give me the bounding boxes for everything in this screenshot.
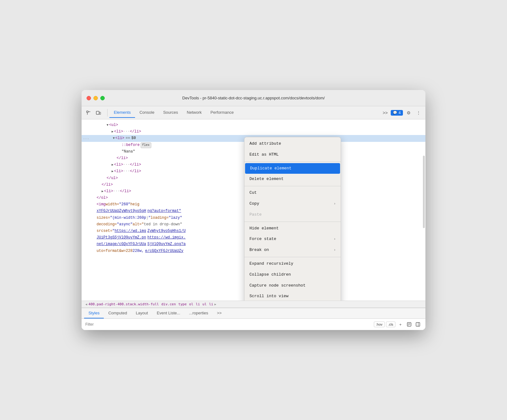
minimize-button[interactable] — [93, 96, 98, 100]
svg-rect-9 — [416, 322, 420, 326]
menu-item-break-on[interactable]: Break on › — [244, 245, 341, 256]
menu-item-delete-element[interactable]: Delete element — [244, 174, 341, 185]
bottom-panel: Styles Computed Layout Event Liste... ..… — [82, 308, 425, 330]
tab-computed[interactable]: Computed — [104, 308, 131, 318]
menu-item-expand-recursively[interactable]: Expand recursively — [244, 258, 341, 269]
inspector-stylesheet-button[interactable] — [405, 321, 413, 328]
tab-elements[interactable]: Elements — [109, 108, 135, 118]
fullscreen-button[interactable] — [100, 96, 105, 100]
menu-item-collapse-children[interactable]: Collapse children — [244, 269, 341, 280]
menu-item-hide-element[interactable]: Hide element — [244, 223, 341, 234]
cls-button[interactable]: .cls — [386, 322, 396, 327]
breadcrumb-forward-arrow[interactable]: ▶ — [214, 302, 216, 306]
dom-panel: ▼ <ul> ▶ <li> ··· </li> ... ▼ <li> == $0 — [82, 119, 425, 301]
element-picker-icon[interactable] — [84, 108, 93, 117]
menu-item-capture-screenshot[interactable]: Capture node screenshot — [244, 280, 341, 291]
menu-separator — [244, 186, 341, 186]
bottom-actions: :hov .cls + — [374, 321, 422, 328]
device-toggle-icon[interactable] — [94, 108, 103, 117]
toggle-sidebar-button[interactable] — [414, 321, 422, 328]
settings-icon[interactable]: ⚙ — [404, 108, 413, 117]
tab-layout[interactable]: Layout — [131, 308, 152, 318]
tab-sources[interactable]: Sources — [159, 108, 183, 118]
submenu-arrow: › — [334, 248, 336, 253]
context-menu-overlay: Add attribute Edit as HTML Duplicate ele… — [82, 119, 425, 301]
menu-item-copy[interactable]: Copy › — [244, 198, 341, 209]
breadcrumb-item[interactable]: type — [178, 302, 187, 306]
breadcrumb-item[interactable]: div.cen — [161, 302, 176, 306]
breadcrumb-item[interactable]: li — [196, 302, 200, 306]
add-style-rule-button[interactable]: + — [397, 321, 404, 328]
tab-performance[interactable]: Performance — [206, 108, 238, 118]
badge-count: 4 — [399, 111, 401, 115]
context-menu: Add attribute Edit as HTML Duplicate ele… — [244, 137, 341, 301]
breadcrumb-bar: ◀ 400.pad-right-400.stack.width-full div… — [82, 301, 425, 308]
menu-separator — [244, 222, 341, 222]
menu-item-paste: Paste — [244, 209, 341, 220]
tab-event-listeners[interactable]: Event Liste... — [152, 308, 184, 318]
window-title: DevTools - pr-5840-static-dot-dcc-stagin… — [182, 96, 325, 100]
devtools-window: DevTools - pr-5840-static-dot-dcc-stagin… — [82, 90, 425, 330]
tab-styles[interactable]: Styles — [84, 308, 104, 318]
menu-item-scroll-into-view[interactable]: Scroll into view — [244, 291, 341, 301]
bottom-toolbar: :hov .cls + — [82, 319, 425, 330]
svg-rect-3 — [96, 111, 99, 114]
breadcrumb-back-arrow[interactable]: ◀ — [85, 302, 87, 306]
menu-item-force-state[interactable]: Force state › — [244, 234, 341, 245]
breadcrumb-item[interactable]: ol — [189, 302, 193, 306]
submenu-arrow: › — [334, 237, 336, 242]
breadcrumb-item[interactable]: 400.pad-right-400.stack.width-full — [88, 302, 159, 306]
more-options-icon[interactable]: ⋮ — [414, 108, 423, 117]
console-badge[interactable]: 💬 4 — [391, 110, 403, 116]
devtools-toolbar: Elements Console Sources Network Perform… — [82, 106, 425, 119]
close-button[interactable] — [87, 96, 91, 100]
console-icon: 💬 — [393, 111, 397, 115]
toolbar-right: >> 💬 4 ⚙ ⋮ — [381, 108, 423, 117]
more-tabs-icon[interactable]: >> — [381, 108, 389, 117]
bottom-tabs: Styles Computed Layout Event Liste... ..… — [82, 308, 425, 319]
breadcrumb-item[interactable]: ul — [203, 302, 207, 306]
menu-item-add-attribute[interactable]: Add attribute — [244, 138, 341, 149]
menu-item-cut[interactable]: Cut — [244, 188, 341, 198]
more-tabs[interactable]: >> — [213, 308, 226, 318]
submenu-arrow: › — [334, 201, 336, 207]
menu-separator — [244, 257, 341, 257]
tab-properties[interactable]: ...roperties — [185, 308, 213, 318]
menu-separator — [244, 162, 341, 162]
hov-button[interactable]: :hov — [374, 322, 385, 327]
menu-item-duplicate-element[interactable]: Duplicate element — [245, 163, 340, 174]
menu-item-edit-as-html[interactable]: Edit as HTML — [244, 149, 341, 160]
toolbar-tabs: Elements Console Sources Network Perform… — [109, 108, 381, 118]
titlebar: DevTools - pr-5840-static-dot-dcc-stagin… — [82, 90, 425, 106]
toolbar-divider — [107, 109, 108, 117]
traffic-lights — [87, 96, 105, 100]
tab-console[interactable]: Console — [135, 108, 159, 118]
filter-input[interactable] — [85, 322, 371, 327]
toolbar-icons — [84, 108, 103, 117]
svg-rect-0 — [87, 111, 88, 112]
tab-network[interactable]: Network — [183, 108, 206, 118]
devtools-main: ▼ <ul> ▶ <li> ··· </li> ... ▼ <li> == $0 — [82, 119, 425, 330]
breadcrumb-item[interactable]: li — [209, 302, 213, 306]
svg-rect-4 — [99, 112, 101, 114]
